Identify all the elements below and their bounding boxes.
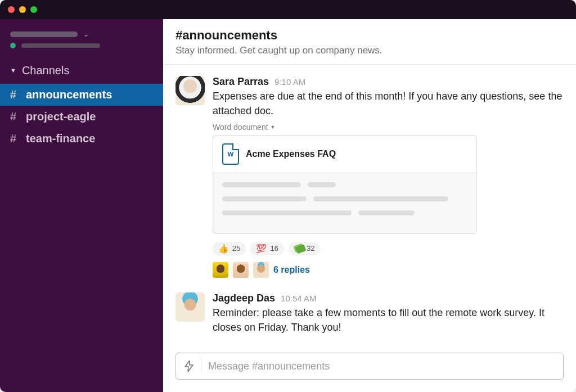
channel-team-finance[interactable]: #team-finance (0, 128, 163, 150)
avatar[interactable] (176, 292, 205, 322)
workspace-name-placeholder (10, 31, 78, 37)
hundred-icon: 💯 (256, 244, 267, 254)
reply-avatar (253, 262, 269, 278)
channel-name: team-finance (26, 132, 95, 145)
message-composer[interactable] (176, 353, 564, 380)
channel-topic: Stay informed. Get caught up on company … (176, 45, 564, 56)
attachment-title: Acme Expenses FAQ (246, 149, 336, 159)
sidebar: ⌄ ▼ Channels #announcements#project-eagl… (0, 19, 163, 392)
reaction-money[interactable]: 32 (289, 242, 320, 255)
user-presence-row[interactable] (0, 38, 163, 61)
reactions-row: 👍 25 💯 16 32 (213, 242, 564, 255)
message-time: 9:10 AM (274, 77, 305, 87)
message: Sara Parras 9:10 AM Expenses are due at … (176, 70, 564, 287)
hash-icon: # (10, 110, 20, 123)
chevron-down-icon: ⌄ (83, 30, 89, 38)
username-placeholder (21, 43, 100, 48)
reply-avatar (213, 262, 228, 278)
reaction-count: 32 (307, 244, 314, 253)
app-window: ⌄ ▼ Channels #announcements#project-eagl… (0, 0, 576, 392)
reply-count: 6 replies (273, 265, 310, 275)
message-text: Reminder: please take a few moments to f… (213, 305, 564, 335)
money-icon (294, 244, 303, 253)
maximize-window-button[interactable] (30, 6, 37, 13)
word-document-icon: W (222, 143, 239, 165)
close-window-button[interactable] (8, 6, 15, 13)
channel-header: #announcements Stay informed. Get caught… (163, 19, 576, 65)
attachment-type-label[interactable]: Word document ▼ (213, 123, 564, 132)
presence-active-icon (10, 43, 16, 48)
minimize-window-button[interactable] (19, 6, 26, 13)
reaction-count: 25 (232, 244, 240, 253)
hash-icon: # (10, 132, 20, 145)
reaction-100[interactable]: 💯 16 (250, 242, 284, 255)
hash-icon: # (10, 88, 20, 101)
avatar[interactable] (176, 76, 205, 105)
channels-section-label: Channels (22, 64, 70, 77)
channel-project-eagle[interactable]: #project-eagle (0, 106, 163, 128)
workspace-switcher[interactable]: ⌄ (0, 30, 163, 38)
channels-section-header[interactable]: ▼ Channels (0, 61, 163, 84)
titlebar (0, 0, 576, 19)
message-author[interactable]: Jagdeep Das (213, 292, 275, 304)
reply-avatar (233, 262, 249, 278)
channel-name: announcements (26, 88, 112, 101)
shortcuts-icon[interactable] (184, 361, 194, 372)
message-input[interactable] (208, 361, 555, 372)
thumbsup-icon: 👍 (218, 244, 229, 254)
composer-area (163, 349, 576, 392)
message: Jagdeep Das 10:54 AM Reminder: please ta… (176, 287, 564, 344)
main-pane: #announcements Stay informed. Get caught… (163, 19, 576, 392)
channel-name: project-eagle (26, 110, 96, 123)
message-author[interactable]: Sara Parras (213, 76, 269, 88)
message-list: Sara Parras 9:10 AM Expenses are due at … (163, 65, 576, 349)
thread-replies[interactable]: 6 replies (213, 262, 564, 278)
channel-announcements[interactable]: #announcements (0, 84, 163, 106)
attachment-preview (213, 173, 476, 233)
attachment-card[interactable]: W Acme Expenses FAQ (213, 135, 477, 234)
channel-title: #announcements (176, 28, 564, 43)
message-text: Expenses are due at the end of this mont… (213, 89, 564, 118)
caret-down-icon: ▼ (10, 67, 16, 74)
reaction-thumbsup[interactable]: 👍 25 (213, 242, 246, 255)
reaction-count: 16 (270, 244, 278, 253)
divider (201, 359, 201, 373)
caret-down-icon: ▼ (271, 124, 276, 130)
message-time: 10:54 AM (281, 294, 316, 303)
